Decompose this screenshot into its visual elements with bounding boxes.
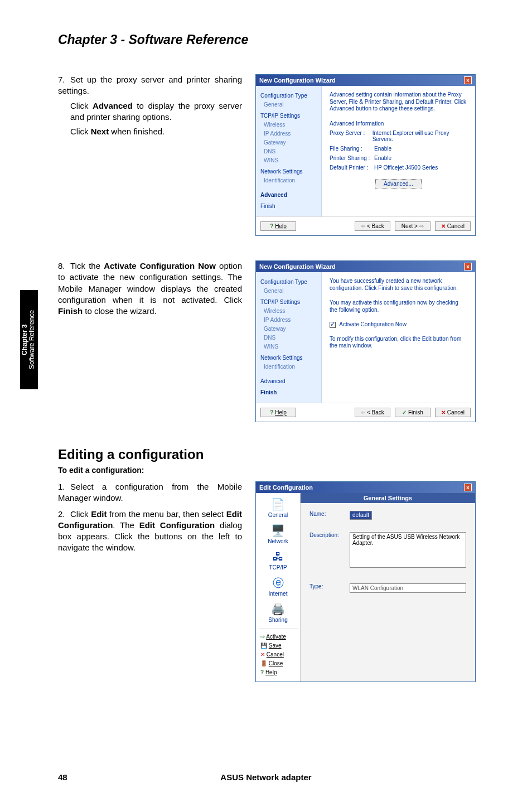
next-button[interactable]: Next >⇨ — [395, 221, 431, 231]
activate-now-label: Activate Configuration Now — [339, 321, 407, 327]
name-label: Name: — [309, 511, 350, 520]
side-net[interactable]: Network Settings — [260, 354, 317, 363]
side-general[interactable]: General — [260, 100, 317, 109]
finish-button[interactable]: ✓Finish — [395, 408, 431, 417]
tab-network[interactable]: 🖥️ Network — [258, 524, 298, 544]
edit-step2-num: 2. — [58, 509, 70, 520]
edit-configuration-dialog: Edit Configuration × 📄 General 🖥️ Networ… — [255, 481, 476, 682]
question-icon: ? — [270, 409, 273, 416]
back-button[interactable]: ⇦< Back — [355, 221, 390, 231]
side-ip[interactable]: IP Address — [260, 129, 317, 138]
side-net[interactable]: Network Settings — [260, 167, 317, 176]
wizard7-fieldset: Advanced Information — [330, 120, 467, 127]
close-icon[interactable]: × — [464, 484, 472, 491]
side-dns[interactable]: DNS — [260, 334, 317, 342]
editconf-title: Edit Configuration — [259, 484, 313, 491]
side-advanced[interactable]: Advanced — [260, 191, 317, 200]
side-wins[interactable]: WINS — [260, 156, 317, 165]
wizard7-titlebar: New Configuration Wizard × — [256, 75, 475, 86]
activate-now-checkbox[interactable] — [330, 322, 336, 328]
arrow-left-icon: ⇦ — [361, 223, 365, 229]
cancel-button[interactable]: ✕Cancel — [435, 408, 471, 417]
door-icon: 🚪 — [260, 660, 267, 666]
wizard7-sidebar: Configuration Type General TCP/IP Settin… — [256, 86, 322, 216]
cancel-button[interactable]: ✕Cancel — [435, 221, 471, 231]
tab-internet[interactable]: ⓔ Internet — [258, 576, 298, 597]
side-finish[interactable]: Finish — [260, 202, 317, 211]
editconf-actions: ⇨ Activate 💾 Save ✕ Cancel 🚪 Close ? Hel… — [258, 629, 298, 677]
help-button[interactable]: ?Help — [260, 221, 296, 231]
advanced-button[interactable]: Advanced... — [375, 179, 422, 189]
side-general[interactable]: General — [260, 287, 317, 296]
page-footer: 48 ASUS Network adapter — [0, 772, 532, 782]
editing-subheading: To edit a configuration: — [58, 466, 482, 475]
wizard7-title: New Configuration Wizard — [259, 77, 336, 84]
footer-product: ASUS Network adapter — [220, 772, 311, 782]
step-7-row: 7.Set up the proxy server and printer sh… — [58, 74, 482, 236]
close-action[interactable]: 🚪 Close — [260, 659, 298, 668]
cancel-action[interactable]: ✕ Cancel — [260, 650, 298, 659]
edit-steps-text: 1.Select a configuration from the Mobile… — [58, 481, 242, 682]
help-action[interactable]: ? Help — [260, 668, 298, 677]
back-button[interactable]: ⇦< Back — [355, 408, 390, 417]
edit-step1-num: 1. — [58, 481, 70, 492]
page-number: 48 — [58, 772, 67, 782]
side-tcpip[interactable]: TCP/IP Settings — [260, 112, 317, 120]
step-8-text: 8.Tick the Activate Configuration Now op… — [58, 260, 242, 422]
x-icon: ✕ — [260, 651, 265, 658]
side-dns[interactable]: DNS — [260, 147, 317, 156]
side-tab: Chapter 3 Software Reference — [20, 290, 38, 389]
question-icon: ? — [270, 223, 273, 229]
editconf-sidebar: 📄 General 🖥️ Network 🖧 TCP/IP ⓔ Internet — [256, 493, 301, 682]
wizard8-title: New Configuration Wizard — [259, 263, 336, 270]
wizard8-buttons: ?Help ⇦< Back ✓Finish ✕Cancel — [256, 403, 475, 422]
side-wireless[interactable]: Wireless — [260, 307, 317, 316]
check-icon: ✓ — [402, 409, 407, 416]
editconf-main: General Settings Name: default Descripti… — [301, 493, 475, 682]
tab-general[interactable]: 📄 General — [258, 497, 298, 518]
close-icon[interactable]: × — [464, 76, 472, 84]
tab-sharing[interactable]: 🖨️ Sharing — [258, 602, 298, 623]
tab-tcpip[interactable]: 🖧 TCP/IP — [258, 550, 298, 571]
side-conftype[interactable]: Configuration Type — [260, 91, 317, 100]
wizard7-intro: Advanced setting contain information abo… — [330, 91, 467, 113]
side-advanced[interactable]: Advanced — [260, 377, 317, 386]
wizard8-titlebar: New Configuration Wizard × — [256, 261, 475, 272]
side-gateway[interactable]: Gateway — [260, 325, 317, 334]
save-icon: 💾 — [260, 642, 267, 649]
wizard8-line3: To modify this configuration, click the … — [330, 336, 467, 350]
side-ident[interactable]: Identification — [260, 176, 317, 185]
activate-action[interactable]: ⇨ Activate — [260, 632, 298, 641]
question-icon: ? — [260, 669, 264, 675]
side-ident[interactable]: Identification — [260, 363, 317, 371]
side-tcpip[interactable]: TCP/IP Settings — [260, 298, 317, 307]
type-label: Type: — [309, 583, 350, 593]
editing-heading: Editing a configuration — [58, 447, 482, 462]
type-field: WLAN Configuration — [350, 583, 466, 593]
wizard8-intro: You have successfully created a new netw… — [330, 278, 467, 292]
side-gateway[interactable]: Gateway — [260, 138, 317, 147]
side-conftype[interactable]: Configuration Type — [260, 278, 317, 287]
internet-icon: ⓔ — [270, 576, 286, 590]
side-ip[interactable]: IP Address — [260, 316, 317, 325]
arrow-right-icon: ⇨ — [419, 223, 424, 229]
save-action[interactable]: 💾 Save — [260, 641, 298, 650]
step-7-num: 7. — [58, 74, 70, 85]
edit-steps-row: 1.Select a configuration from the Mobile… — [58, 481, 482, 682]
step-7-text: 7.Set up the proxy server and printer sh… — [58, 74, 242, 236]
sharing-icon: 🖨️ — [270, 602, 286, 616]
editconf-titlebar: Edit Configuration × — [256, 482, 475, 493]
side-finish[interactable]: Finish — [260, 388, 317, 397]
side-wins[interactable]: WINS — [260, 342, 317, 351]
activate-icon: ⇨ — [260, 634, 265, 640]
name-field[interactable]: default — [350, 511, 372, 520]
side-wireless[interactable]: Wireless — [260, 120, 317, 129]
description-field[interactable]: Setting of the ASUS USB Wireless Network… — [350, 532, 466, 568]
close-icon[interactable]: × — [464, 263, 472, 270]
arrow-left-icon: ⇦ — [361, 409, 365, 416]
wizard7-main: Advanced setting contain information abo… — [322, 86, 475, 216]
help-button[interactable]: ?Help — [260, 408, 296, 417]
desc-label: Description: — [309, 532, 350, 568]
step-8-row: 8.Tick the Activate Configuration Now op… — [58, 260, 482, 422]
side-tab-line2: Software Reference — [28, 310, 36, 369]
